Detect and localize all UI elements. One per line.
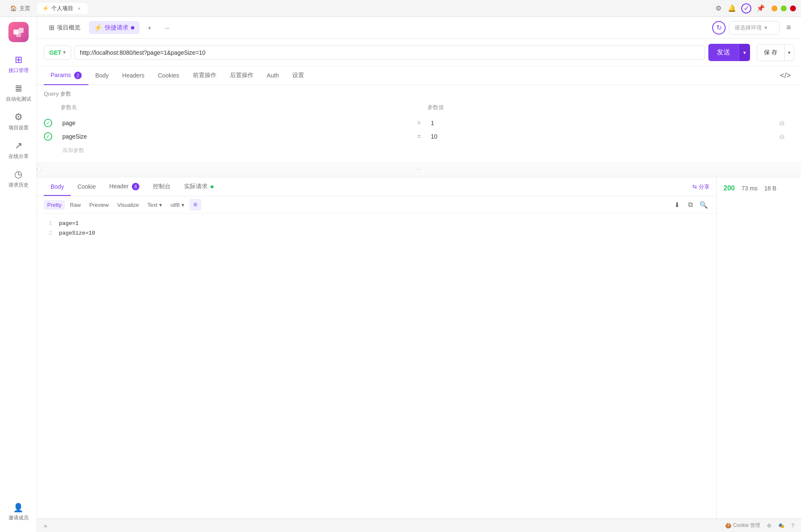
param-checkbox-page[interactable]: ✓ — [44, 119, 52, 127]
tab-cookies[interactable]: Cookies — [151, 67, 186, 85]
maximize-button[interactable]: □ — [781, 5, 787, 11]
format-pretty-btn[interactable]: Pretty — [44, 200, 65, 210]
wrap-button[interactable]: ≡ — [190, 199, 201, 211]
save-button[interactable]: 保 存 — [757, 44, 785, 61]
env-selector[interactable]: 请选择环境 ▾ — [729, 21, 780, 35]
param-remove-page[interactable]: ⊖ — [777, 119, 786, 127]
pin-icon[interactable]: 📌 — [756, 4, 765, 13]
overview-nav-item[interactable]: ⊞ 项目概览 — [44, 21, 85, 34]
copy-button[interactable]: ⧉ — [684, 199, 696, 211]
code-view-button[interactable]: </> — [777, 68, 794, 83]
sidebar-item-project[interactable]: ⚙ 项目设置 — [3, 108, 34, 135]
response-body: 1 page=1 2 pageSize=10 — [37, 214, 716, 519]
format-preview-btn[interactable]: Preview — [86, 200, 112, 210]
response-tab-header[interactable]: Header 6 — [103, 178, 147, 196]
tab-auth[interactable]: Auth — [260, 67, 286, 85]
url-bar: GET ▾ 发送 ▾ 保 存 — [37, 39, 801, 67]
params-table: 参数名 参数值 ✓ page = 1 ⊖ — [44, 102, 794, 158]
tab-headers[interactable]: Headers — [115, 67, 151, 85]
automation-icon: ≣ — [15, 83, 22, 94]
save-chevron-icon: ▾ — [788, 50, 790, 56]
expand-button[interactable]: » — [44, 522, 47, 529]
project-tab-label: 个人项目 — [51, 5, 73, 12]
format-raw-btn[interactable]: Raw — [67, 200, 84, 210]
sidebar: ⊞ 接口管理 ≣ 自动化测试 ⚙ 项目设置 ↗ 在线分享 ◷ 请求历史 👤 邀请… — [0, 17, 37, 532]
param-remove-pagesize[interactable]: ⊖ — [777, 132, 786, 141]
response-panel: Body Cookie Header 6 控制台 实 — [37, 178, 717, 519]
sidebar-item-history[interactable]: ◷ 请求历史 — [3, 165, 34, 192]
tab-params[interactable]: Params 2 — [44, 67, 88, 85]
download-icon: ⬇ — [674, 201, 680, 209]
titlebar-tabs: 🏠 主页 ⚡ 个人项目 × — [5, 3, 714, 14]
settings-icon[interactable]: ⚙ — [714, 4, 723, 13]
add-param-button[interactable]: 添加参数 — [44, 143, 794, 158]
sidebar-item-share[interactable]: ↗ 在线分享 — [3, 136, 34, 163]
response-line-1: 1 page=1 — [44, 219, 710, 228]
response-tab-console[interactable]: 控制台 — [146, 178, 177, 196]
response-tab-actual-req[interactable]: 实际请求 — [177, 178, 220, 196]
sidebar-item-automation[interactable]: ≣ 自动化测试 — [3, 79, 34, 106]
bottom-settings-btn[interactable]: ⚙ — [767, 523, 772, 529]
line-num-1: 1 — [44, 219, 52, 228]
menu-button[interactable]: ≡ — [783, 21, 794, 34]
status-time: 73 ms — [742, 185, 758, 192]
minimize-button[interactable]: − — [772, 5, 777, 11]
close-button[interactable]: × — [790, 5, 796, 11]
method-chevron-icon: ▾ — [63, 50, 66, 55]
save-dropdown-button[interactable]: ▾ — [785, 44, 794, 61]
bottom-help-icon: ? — [791, 523, 794, 529]
interface-icon: ⊞ — [15, 54, 22, 65]
project-tab[interactable]: ⚡ 个人项目 × — [37, 3, 88, 14]
request-nav-item[interactable]: ⚡ 快捷请求 — [89, 21, 139, 34]
bell-icon[interactable]: 🔔 — [728, 4, 736, 13]
project-settings-icon: ⚙ — [14, 112, 23, 123]
send-chevron-icon: ▾ — [743, 50, 746, 56]
format-visualize-btn[interactable]: Visualize — [114, 200, 142, 210]
sidebar-item-invite[interactable]: 👤 邀请成员 — [3, 498, 34, 525]
invite-icon: 👤 — [13, 503, 24, 513]
send-dropdown-button[interactable]: ▾ — [739, 44, 750, 61]
text-chevron-icon: ▾ — [159, 202, 162, 208]
share-button[interactable]: ⇆ 分享 — [692, 183, 710, 191]
sidebar-item-interface[interactable]: ⊞ 接口管理 — [3, 51, 34, 78]
method-selector[interactable]: GET ▾ — [44, 45, 71, 60]
download-button[interactable]: ⬇ — [671, 199, 683, 211]
tab-pre-op[interactable]: 前置操作 — [186, 67, 223, 85]
cookie-icon: 🍪 — [725, 523, 732, 529]
bottom-theme-btn[interactable]: 🎭 — [778, 523, 785, 529]
refresh-button[interactable]: ↻ — [712, 21, 726, 35]
app-logo — [8, 22, 29, 42]
check-circle-icon[interactable]: ✓ — [741, 3, 751, 13]
encoding-selector[interactable]: utf8 ▾ — [167, 200, 188, 210]
home-tab-label: 主页 — [19, 5, 30, 12]
wrap-icon: ≡ — [193, 201, 197, 209]
search-button[interactable]: 🔍 — [698, 199, 710, 211]
more-tabs-btn[interactable]: ··· — [160, 22, 175, 34]
param-name-page: page — [61, 120, 411, 126]
refresh-icon: ↻ — [716, 24, 722, 32]
home-tab-icon: 🏠 — [10, 5, 17, 11]
bottom-help-btn[interactable]: ? — [791, 523, 794, 529]
send-button[interactable]: 发送 — [708, 44, 739, 61]
svg-rect-2 — [16, 32, 21, 37]
response-tab-body[interactable]: Body — [44, 178, 71, 196]
params-header: 参数名 参数值 — [44, 102, 794, 113]
request-tabs-bar: Params 2 Body Headers Cookies 前置操作 — [37, 67, 801, 85]
tab-settings[interactable]: 设置 — [286, 67, 311, 85]
tab-body[interactable]: Body — [88, 67, 115, 85]
method-label: GET — [49, 49, 61, 56]
status-size: 18 B — [764, 185, 777, 192]
response-tab-cookie[interactable]: Cookie — [71, 178, 103, 196]
home-tab[interactable]: 🏠 主页 — [5, 3, 35, 14]
add-tab-btn[interactable]: + — [143, 22, 156, 34]
text-format-selector[interactable]: Text ▾ — [144, 200, 166, 210]
add-tab-icon: + — [148, 24, 151, 31]
env-label: 请选择环境 — [734, 24, 762, 32]
cookie-management-button[interactable]: 🍪 Cookie 管理 — [725, 522, 761, 529]
param-value-pagesize: 10 — [427, 133, 777, 140]
menu-icon: ≡ — [786, 23, 791, 32]
tab-post-op[interactable]: 后置操作 — [223, 67, 260, 85]
param-checkbox-pagesize[interactable]: ✓ — [44, 132, 52, 141]
url-input[interactable] — [75, 45, 705, 60]
project-tab-close[interactable]: × — [76, 5, 83, 12]
